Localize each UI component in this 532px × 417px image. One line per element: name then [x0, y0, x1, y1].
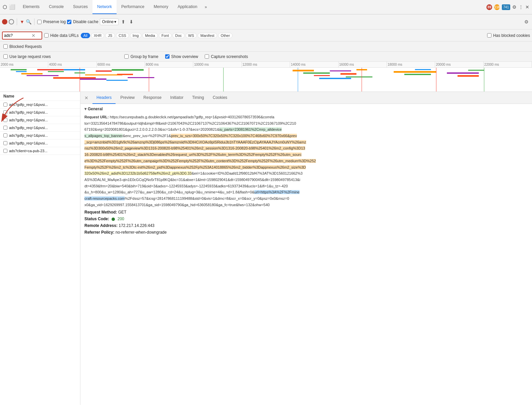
more-tabs-button[interactable]: »: [202, 0, 210, 14]
filter-js[interactable]: JS: [105, 33, 115, 38]
request-item[interactable]: ads?client=ca-pub-23...: [0, 147, 80, 155]
timeline-chart[interactable]: [0, 68, 532, 92]
capture-screenshots-toggle[interactable]: Capture screenshots: [205, 54, 248, 59]
request-item[interactable]: ads?gdfp_req=1&pvsi...: [0, 139, 80, 147]
filter-manifest[interactable]: Manifest: [198, 33, 217, 38]
request-checkbox[interactable]: [3, 133, 7, 137]
blocked-requests-toggle[interactable]: Blocked Requests: [3, 44, 42, 49]
disable-cache-checkbox[interactable]: [67, 20, 71, 24]
filter-other[interactable]: Other: [218, 33, 233, 38]
tab-cookies[interactable]: Cookies: [209, 92, 231, 104]
filter-icon[interactable]: ▼: [20, 19, 24, 24]
filter-font[interactable]: Font: [159, 33, 172, 38]
large-rows-checkbox[interactable]: [3, 54, 8, 59]
show-overview-checkbox[interactable]: [165, 54, 170, 59]
request-checkbox[interactable]: [3, 141, 7, 145]
url-text-6: AS%3DALNI_MaApe3-qtn1E0cGCqQNo5rT81p8KQ&…: [84, 178, 300, 182]
chevron-down-icon: ▾: [114, 19, 116, 24]
group-by-frame-checkbox[interactable]: [124, 54, 129, 59]
tab-elements[interactable]: Elements: [18, 0, 44, 14]
url-hl-orange-6: Fempty%252F%26m2_tc%3Dtc-init%26m2_pid%3…: [84, 165, 306, 169]
tab-application[interactable]: Application: [173, 0, 202, 14]
has-blocked-cookies-toggle[interactable]: Has blocked cookies: [487, 33, 530, 38]
close-icon[interactable]: ✕: [525, 4, 529, 10]
has-blocked-cookies-label: Has blocked cookies: [493, 33, 530, 38]
svg-rect-34: [458, 75, 479, 77]
tick-0: 2000 ms: [0, 62, 48, 67]
filter-all[interactable]: All: [81, 33, 90, 38]
blocked-requests-checkbox[interactable]: [3, 44, 8, 49]
tab-network[interactable]: Network: [92, 0, 117, 14]
left-panel: Name ads?gdfp_req=1&pvsi... ads?gdfp_req…: [0, 92, 80, 405]
hide-data-urls-toggle[interactable]: Hide data URLs: [44, 33, 79, 38]
svg-rect-11: [96, 70, 112, 72]
tab-performance[interactable]: Performance: [117, 0, 149, 14]
request-checkbox[interactable]: [3, 118, 7, 122]
export-button[interactable]: ⬇: [128, 19, 135, 24]
tab-console[interactable]: Console: [44, 0, 68, 14]
url-text-3: 67192&vrg=2020081801&guci=2.2.0.0.2.2.0.…: [84, 127, 219, 131]
request-checkbox[interactable]: [3, 126, 7, 130]
filter-img[interactable]: Img: [130, 33, 141, 38]
preserve-log-toggle[interactable]: Preserve log: [37, 19, 66, 24]
tab-preview[interactable]: Preview: [116, 92, 139, 104]
filter-xhr[interactable]: XHR: [91, 33, 104, 38]
record-button[interactable]: [2, 19, 7, 24]
request-item[interactable]: ads?gdfp_req=1&pvsi...: [0, 132, 80, 139]
tab-headers[interactable]: Headers: [92, 92, 116, 104]
hide-data-urls-checkbox[interactable]: [44, 33, 49, 38]
tab-response[interactable]: Response: [139, 92, 165, 104]
svg-rect-3: [26, 75, 58, 76]
svg-rect-10: [85, 74, 122, 75]
tab-initiator[interactable]: Initiator: [166, 92, 187, 104]
search-icon[interactable]: 🔍: [26, 19, 31, 24]
settings-icon[interactable]: ⚙: [512, 4, 517, 10]
blocked-requests-label: Blocked Requests: [9, 44, 42, 49]
svg-rect-22: [314, 75, 330, 76]
group-by-frame-toggle[interactable]: Group by frame: [124, 54, 158, 59]
filter-ws[interactable]: WS: [186, 33, 197, 38]
filter-media[interactable]: Media: [142, 33, 158, 38]
panel-close-button[interactable]: ✕: [83, 95, 90, 101]
filter-doc[interactable]: Doc: [173, 33, 185, 38]
clear-button[interactable]: [9, 19, 14, 24]
more-icon[interactable]: ⋮: [519, 4, 523, 10]
general-section: General Request URL: https://securepubad…: [80, 104, 532, 239]
cursor-icon[interactable]: ⬡: [3, 4, 7, 10]
remote-address-label: Remote Address:: [84, 223, 118, 228]
tick-3: 8000 ms: [145, 62, 193, 67]
svg-rect-25: [340, 73, 356, 75]
capture-screenshots-label: Capture screenshots: [211, 54, 248, 59]
has-blocked-cookies-checkbox[interactable]: [487, 33, 491, 38]
tab-timing[interactable]: Timing: [188, 92, 208, 104]
clear-search-button[interactable]: ✕: [31, 33, 36, 38]
show-overview-toggle[interactable]: Show overview: [165, 54, 198, 59]
device-icon[interactable]: ⬜: [9, 4, 15, 10]
throttle-select[interactable]: Online ▾: [100, 18, 119, 25]
tab-memory[interactable]: Memory: [149, 0, 173, 14]
network-settings-icon[interactable]: ⚙: [523, 19, 530, 24]
url-hl-green-2: s_allpages_top_banner: [84, 134, 123, 138]
url-text-2: tor=3321356414784786&output=ldjh&impl=fi…: [84, 121, 296, 125]
red-arrow: [3, 98, 30, 118]
request-item[interactable]: ads?gdfp_req=1&pvsi...: [0, 124, 80, 132]
svg-rect-31: [415, 69, 431, 70]
svg-rect-20: [292, 70, 314, 71]
capture-screenshots-checkbox[interactable]: [205, 54, 209, 59]
search-input[interactable]: [4, 33, 31, 38]
request-checkbox[interactable]: [3, 149, 7, 153]
large-rows-toggle[interactable]: Use large request rows: [3, 54, 51, 59]
svg-rect-15: [128, 77, 154, 78]
tab-sources[interactable]: Sources: [68, 0, 92, 14]
disable-cache-toggle[interactable]: Disable cache: [67, 19, 98, 24]
request-url-label: Request URL:: [84, 115, 109, 119]
import-button[interactable]: ⬆: [120, 19, 127, 24]
url-hl-orange-5: e%3D%252Fempty%252F%26utm_campaign%3D%25…: [84, 159, 316, 163]
filter-css[interactable]: CSS: [116, 33, 129, 38]
preserve-log-checkbox[interactable]: [37, 20, 42, 24]
message-badge: 741: [502, 4, 510, 10]
svg-rect-7: [64, 69, 85, 70]
search-box[interactable]: ✕: [2, 32, 42, 40]
svg-rect-33: [447, 72, 479, 74]
svg-rect-26: [346, 76, 372, 77]
